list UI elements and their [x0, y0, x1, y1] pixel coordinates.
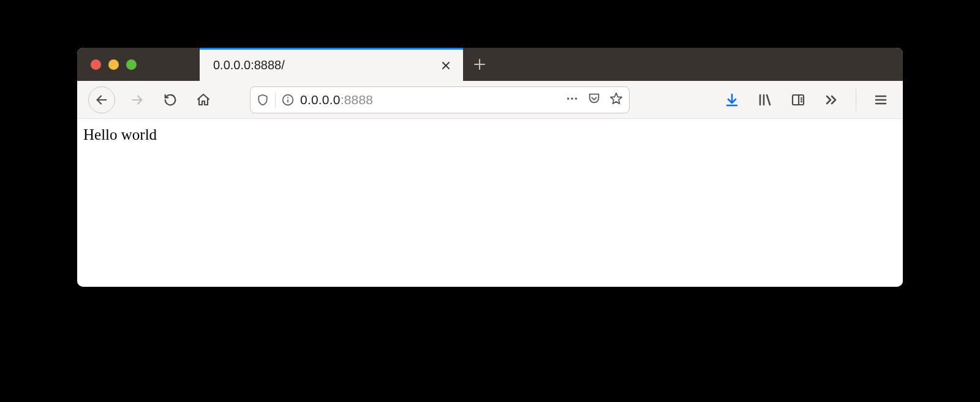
bookmark-button[interactable]	[609, 92, 623, 108]
svg-point-8	[287, 97, 288, 98]
svg-line-17	[767, 95, 770, 105]
page-body-text: Hello world	[83, 126, 897, 143]
close-icon	[441, 61, 451, 70]
pocket-icon	[587, 92, 601, 105]
toolbar-right	[721, 89, 892, 111]
downloads-button[interactable]	[721, 89, 743, 111]
toolbar-divider	[856, 89, 856, 111]
window-zoom-button[interactable]	[126, 59, 137, 70]
home-button[interactable]	[192, 89, 214, 111]
shield-icon	[257, 93, 269, 107]
library-button[interactable]	[754, 89, 776, 111]
browser-window: 0.0.0.0:8888/	[77, 48, 903, 287]
svg-point-10	[571, 97, 573, 100]
site-info-button[interactable]	[282, 94, 294, 106]
page-viewport: Hello world	[77, 119, 903, 287]
pocket-button[interactable]	[587, 92, 601, 108]
url-text[interactable]: 0.0.0.0:8888	[300, 93, 559, 107]
titlebar: 0.0.0.0:8888/	[77, 48, 903, 81]
overflow-button[interactable]	[820, 89, 842, 111]
sidebar-icon	[791, 93, 805, 107]
sidebar-button[interactable]	[787, 89, 809, 111]
url-bar[interactable]: 0.0.0.0:8888	[250, 86, 630, 113]
svg-point-9	[567, 97, 570, 100]
url-port: :8888	[341, 93, 374, 107]
arrow-right-icon	[130, 93, 144, 107]
back-button[interactable]	[88, 86, 115, 113]
window-close-button[interactable]	[91, 59, 101, 70]
download-icon	[725, 93, 739, 107]
new-tab-button[interactable]	[463, 48, 496, 81]
reload-button[interactable]	[159, 89, 181, 111]
tab-close-button[interactable]	[437, 57, 454, 74]
arrow-left-icon	[95, 93, 108, 107]
svg-marker-12	[611, 93, 622, 103]
plus-icon	[473, 58, 486, 70]
reload-icon	[164, 93, 177, 107]
hamburger-icon	[873, 93, 888, 107]
tab-title: 0.0.0.0:8888/	[213, 58, 437, 72]
star-icon	[609, 92, 623, 105]
urlbar-separator	[275, 93, 276, 107]
nav-toolbar: 0.0.0.0:8888	[77, 81, 903, 119]
urlbar-actions	[565, 92, 623, 108]
window-minimize-button[interactable]	[108, 59, 119, 70]
chevron-double-right-icon	[824, 93, 839, 107]
url-host: 0.0.0.0	[300, 93, 341, 107]
home-icon	[196, 93, 211, 107]
app-menu-button[interactable]	[870, 89, 892, 111]
tab-active[interactable]: 0.0.0.0:8888/	[200, 48, 463, 81]
ellipsis-icon	[565, 92, 579, 105]
info-icon	[282, 94, 294, 106]
page-actions-button[interactable]	[565, 92, 579, 108]
svg-point-11	[575, 97, 578, 100]
library-icon	[758, 93, 772, 107]
window-controls	[77, 48, 200, 81]
forward-button[interactable]	[126, 89, 148, 111]
tracking-protection-button[interactable]	[257, 93, 269, 107]
